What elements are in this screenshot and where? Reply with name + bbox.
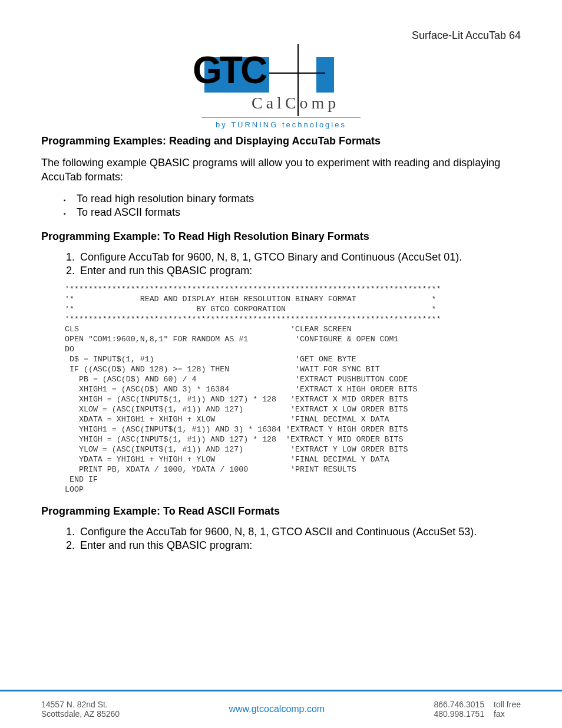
logo-text-gtco: GTC [193,51,265,89]
step-item: Enter and run this QBASIC program: [78,265,521,277]
footer-phone-fax-label: fax [494,709,505,719]
page-footer: 14557 N. 82nd St. Scottsdale, AZ 85260 w… [0,690,562,728]
logo-bg-block-2 [316,57,334,93]
section-heading-binary: Programming Example: To Read High Resolu… [41,230,521,243]
step-item: Configure the AccuTab for 9600, N, 8, 1,… [78,526,521,538]
step-item: Enter and run this QBASIC program: [78,539,521,552]
bullet-item: To read ASCII formats [77,206,521,219]
doc-header-label: Surface-Lit AccuTab 64 [41,29,521,42]
logo-byline: by TURNING technologies [193,120,369,129]
logo: GTC CalComp by TURNING technologies [193,47,369,129]
code-block-binary: '***************************************… [65,284,521,495]
section-heading-ascii: Programming Example: To Read ASCII Forma… [41,505,521,518]
bullet-item: To read high resolution binary formats [77,193,521,205]
section-heading-examples: Programming Examples: Reading and Displa… [41,135,521,147]
footer-address-line2: Scottsdale, AZ 85260 [41,709,120,719]
footer-url: www.gtcocalcomp.com [229,704,325,714]
step-item: Configure AccuTab for 9600, N, 8, 1, GTC… [78,251,521,263]
footer-phone-tollfree: 866.746.3015 [434,700,485,709]
logo-text-calcomp: CalComp [252,94,339,113]
footer-address-line1: 14557 N. 82nd St. [41,700,120,709]
logo-divider [201,117,361,118]
intro-paragraph: The following example QBASIC programs wi… [41,156,521,185]
footer-phone-fax: 480.998.1751 [434,709,485,719]
footer-phone-tollfree-label: toll free [494,700,521,709]
